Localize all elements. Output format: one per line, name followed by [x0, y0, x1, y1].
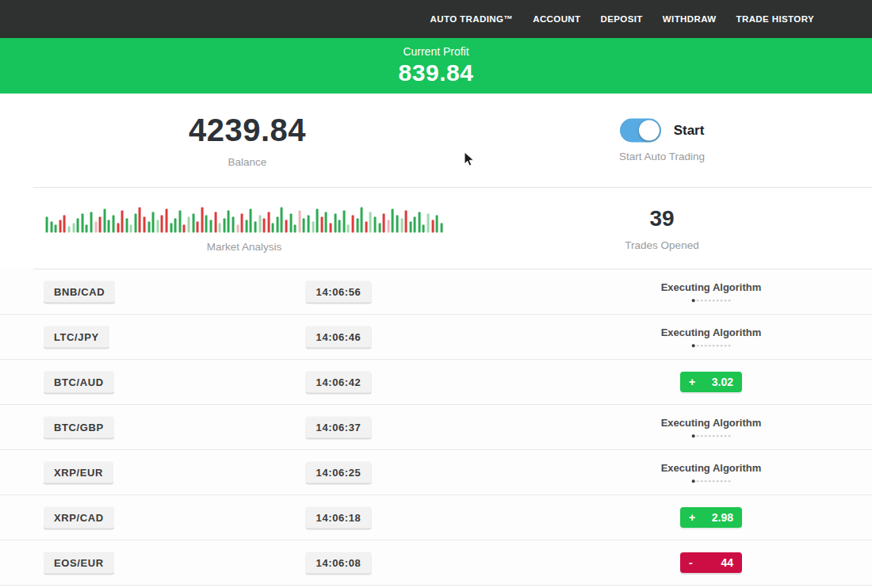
analysis-bar — [267, 212, 270, 233]
trade-status: - 44 — [680, 552, 742, 573]
nav-deposit[interactable]: DEPOSIT — [601, 14, 643, 24]
toggle-label: Start — [674, 123, 705, 139]
balance-section: 4239.84 Balance Start Start Auto Trading — [0, 94, 872, 187]
status-badge: - 44 — [680, 552, 742, 573]
loading-dot — [692, 344, 695, 347]
analysis-bar — [258, 216, 261, 233]
loading-dot — [721, 300, 723, 302]
analysis-bar — [347, 225, 350, 233]
status-sign: + — [689, 376, 695, 388]
trades-list: BNB/CAD 14:06:56 Executing Algorithm LTC… — [0, 269, 872, 586]
market-analysis-block: Market Analysis — [46, 204, 443, 253]
analysis-bar — [55, 225, 57, 233]
current-profit-banner: Current Profit 839.84 — [0, 38, 872, 94]
analysis-bar — [276, 217, 278, 233]
trades-opened-label: Trades Opened — [625, 239, 698, 251]
analysis-bar — [338, 220, 341, 233]
executing-label: Executing Algorithm — [661, 281, 762, 293]
loading-dot — [717, 480, 719, 483]
loading-dot — [709, 480, 711, 483]
analysis-bar — [183, 225, 185, 233]
analysis-bar — [94, 222, 97, 233]
analysis-bar — [147, 222, 150, 233]
loading-dot — [717, 300, 719, 302]
loading-dot — [713, 435, 715, 437]
analysis-bar — [205, 216, 208, 233]
analysis-bar — [112, 216, 114, 233]
analysis-bar — [134, 214, 136, 233]
nav-auto-trading[interactable]: AUTO TRADING™ — [430, 14, 514, 24]
analysis-bar — [99, 217, 101, 233]
time-badge: 14:06:42 — [306, 372, 372, 393]
loading-dot — [709, 435, 711, 437]
nav-trade-history[interactable]: TRADE HISTORY — [736, 14, 815, 24]
pair-badge: BNB/CAD — [44, 281, 115, 303]
analysis-bar — [436, 216, 438, 233]
analysis-bar — [423, 225, 425, 233]
analysis-bar — [396, 216, 398, 233]
nav-account[interactable]: ACCOUNT — [533, 14, 580, 24]
loading-dot — [697, 480, 699, 483]
loading-dot — [705, 345, 707, 347]
analysis-bar — [383, 214, 385, 233]
analysis-bar — [90, 212, 93, 233]
pair-badge: XRP/CAD — [44, 507, 114, 529]
analysis-bar — [374, 217, 377, 233]
status-executing: Executing Algorithm — [661, 281, 762, 302]
status-badge: + 3.02 — [680, 372, 742, 392]
executing-dots — [661, 299, 762, 302]
auto-trading-toggle[interactable] — [620, 119, 661, 143]
analysis-bar — [197, 222, 199, 233]
start-auto-trading-caption: Start Auto Trading — [619, 151, 705, 162]
analysis-bar — [405, 211, 407, 233]
analysis-bar — [161, 216, 163, 233]
balance-label: Balance — [189, 156, 306, 168]
analysis-bar — [294, 225, 296, 233]
loading-dot — [692, 479, 695, 483]
loading-dot — [709, 345, 711, 347]
nav-withdraw[interactable]: WITHDRAW — [663, 14, 717, 24]
analysis-bar — [77, 219, 79, 233]
time-badge: 14:06:18 — [306, 507, 372, 529]
top-navigation: AUTO TRADING™ ACCOUNT DEPOSIT WITHDRAW T… — [0, 0, 872, 38]
analysis-bar — [236, 225, 239, 233]
analysis-bar — [245, 220, 247, 233]
analysis-bar — [72, 223, 75, 233]
market-analysis-bars — [46, 204, 443, 233]
analysis-bar — [188, 217, 190, 233]
analysis-bar — [365, 222, 367, 233]
status-executing: Executing Algorithm — [661, 462, 762, 483]
time-badge: 14:06:37 — [306, 417, 372, 438]
analysis-bar — [143, 217, 146, 233]
balance-value: 4239.84 — [189, 113, 306, 148]
analysis-bar — [392, 209, 394, 233]
loading-dot — [717, 435, 719, 437]
loading-dot — [725, 345, 727, 347]
loading-dot — [697, 300, 699, 302]
analysis-bar — [254, 222, 256, 233]
analysis-bar — [285, 220, 288, 233]
analysis-bar — [250, 209, 252, 233]
analysis-bar — [152, 212, 155, 233]
loading-dot — [721, 435, 723, 437]
loading-dot — [717, 345, 719, 347]
loading-dot — [709, 300, 711, 302]
trade-status: Executing Algorithm — [661, 281, 762, 302]
loading-dot — [713, 345, 715, 347]
loading-dot — [721, 345, 723, 347]
loading-dot — [701, 345, 703, 347]
executing-label: Executing Algorithm — [661, 326, 762, 338]
time-badge: 14:06:46 — [306, 326, 372, 348]
analysis-bar — [121, 211, 124, 233]
toggle-knob-icon — [639, 120, 660, 141]
balance-block: 4239.84 Balance — [189, 113, 306, 168]
executing-dots — [661, 344, 762, 347]
loading-dot — [725, 300, 727, 302]
loading-dot — [701, 300, 703, 302]
loading-dot — [729, 345, 731, 347]
loading-dot — [721, 480, 723, 483]
status-amount: 3.02 — [712, 376, 733, 388]
analysis-bar — [50, 222, 52, 233]
analysis-bar — [81, 214, 83, 233]
status-executing: Executing Algorithm — [661, 326, 762, 347]
